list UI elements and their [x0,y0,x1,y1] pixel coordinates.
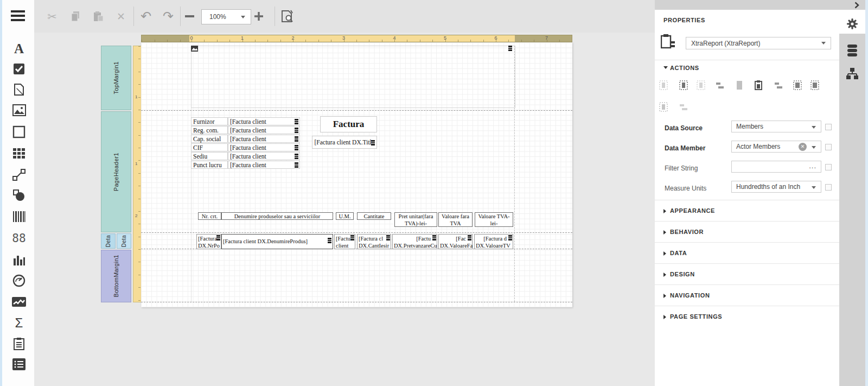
zoom-in-button[interactable] [251,9,266,24]
detail-cell[interactable]: [Factura d DX.ValoareTV [474,234,513,249]
table-header-cell[interactable]: Valoare fara TVA [438,212,473,227]
band-tab-bottommargin[interactable]: BottomMargin1 [101,250,131,302]
action-icon-11[interactable] [679,102,688,112]
collapse-panel-button[interactable] [854,2,859,9]
band-tab-detail-inner[interactable]: Deta [117,233,131,249]
smart-tag-icon[interactable] [295,145,298,150]
data-source-property-checkbox[interactable] [825,124,832,130]
action-icon-7[interactable] [774,80,783,90]
field-label-cell[interactable]: Punct lucru [191,161,228,169]
section-header-navigation[interactable]: NAVIGATION [655,284,839,306]
field-label-cell[interactable]: Reg. com. [191,126,228,134]
field-value-cell[interactable]: [Factura client [228,161,300,169]
section-header-actions[interactable]: ACTIONS [670,65,699,71]
clear-value-icon[interactable]: ✕ [799,143,807,151]
section-header-appearance[interactable]: APPEARANCE [655,200,839,222]
field-list-icon[interactable] [846,45,858,59]
table-header-cell[interactable]: Valoare TVA-lei- [475,212,513,227]
table-header-cell[interactable]: Pret unitar(fara TVA)-lei- [394,212,437,227]
band-separator[interactable] [141,232,572,233]
table-header-cell[interactable]: Denumire produselor sau a serviciilor [221,212,333,220]
report-title-label[interactable]: Factura [320,116,377,132]
field-label-cell[interactable]: Cap. social [191,135,228,143]
copy-button[interactable] [68,9,83,24]
table-header-cell[interactable]: Nr. crt. [198,212,221,220]
action-icon-2[interactable] [679,80,688,90]
filter-string-property-checkbox[interactable] [825,164,832,170]
smart-tag-icon[interactable] [468,235,471,241]
element-selector-dropdown[interactable]: XtraReport (XtraReport) [686,37,831,49]
richtext-tool-icon[interactable] [10,81,28,98]
preview-button[interactable] [279,9,295,24]
smart-tag-icon[interactable] [328,238,331,243]
shape-tool-icon[interactable] [10,187,28,204]
redo-button[interactable]: ↷ [161,9,176,24]
smart-tag-icon[interactable] [386,235,390,241]
paste-button[interactable] [91,9,106,24]
report-subtitle-field[interactable]: [Factura client DX.Titlu [312,136,377,149]
undo-button[interactable]: ↶ [138,9,154,24]
action-icon-1[interactable] [659,80,668,90]
toc-tool-icon[interactable] [10,356,28,372]
action-icon-10[interactable] [659,102,668,112]
detail-cell[interactable]: [Fac DX.ValoareFa [438,234,473,249]
menu-icon[interactable] [11,10,27,23]
action-icon-5[interactable] [735,80,744,90]
measure-units-property-checkbox[interactable] [825,184,832,191]
table-tool-icon[interactable] [10,145,28,162]
checkbox-tool-icon[interactable] [10,61,28,77]
smart-tag-icon[interactable] [295,154,298,159]
smart-tag-icon[interactable] [295,119,298,124]
detail-cell[interactable]: [Factu DX.PretvanzareCu [392,234,437,249]
action-icon-4[interactable] [716,80,724,90]
zoom-select[interactable]: 100% [201,9,251,24]
pageinfo-tool-icon[interactable] [10,336,28,352]
table-header-cell[interactable]: Cantitate [357,212,391,220]
smart-tag-icon[interactable] [295,128,298,133]
report-smart-tag-icon[interactable] [508,46,512,51]
label-tool-icon[interactable]: A [10,40,28,56]
field-value-cell[interactable]: [Factura client [228,143,300,151]
sparkline-tool-icon[interactable] [10,294,28,310]
field-value-cell[interactable]: [Factura client [228,135,300,143]
section-header-design[interactable]: DESIGN [655,263,839,285]
line-tool-icon[interactable] [10,167,28,183]
data-member-property-checkbox[interactable] [825,144,832,150]
panel-tool-icon[interactable] [10,124,28,140]
zoom-out-button[interactable] [182,9,197,24]
smart-tag-icon[interactable] [216,235,220,241]
watermark-picture-icon[interactable] [191,46,198,52]
band-tab-pageheader[interactable]: PageHeader1 [101,111,131,232]
smart-tag-icon[interactable] [295,162,298,168]
data-member-dropdown[interactable]: Actor Members ✕ [731,141,821,153]
picture-tool-icon[interactable] [10,102,28,118]
smart-tag-icon[interactable] [432,235,436,241]
band-tab-detail-outer[interactable]: Deta [101,233,116,249]
barcode-tool-icon[interactable] [10,208,28,225]
detail-cell[interactable]: [Factura cl DX.CantIesir [357,234,391,249]
delete-button[interactable]: ✕ [113,9,129,24]
chart-tool-icon[interactable] [10,252,28,268]
field-value-cell[interactable]: [Factura client [228,117,300,125]
field-label-cell[interactable]: Sediu [191,152,228,160]
detail-cell-selected[interactable]: [Factura client DX.DenumireProdus] [221,234,333,249]
gear-icon[interactable] [847,18,858,29]
gauge-tool-icon[interactable] [10,273,28,289]
data-source-dropdown[interactable]: Members [731,121,821,132]
report-page[interactable]: Furnizor [Factura client Reg. com. [Fact… [141,42,572,307]
smart-tag-icon[interactable] [295,136,298,142]
table-header-cell[interactable]: U.M. [336,212,354,220]
field-value-cell[interactable]: [Factura client [228,152,300,160]
action-icon-6[interactable] [754,80,763,90]
action-icon-8[interactable] [793,80,802,90]
band-separator[interactable] [141,302,572,302]
cut-button[interactable]: ✂ [44,9,60,24]
detail-cell[interactable]: [Factu client [334,234,355,249]
ellipsis-button[interactable]: ... [809,162,816,170]
field-label-cell[interactable]: CIF [191,143,228,151]
section-header-page-settings[interactable]: PAGE SETTINGS [655,306,839,327]
measure-units-dropdown[interactable]: Hundredths of an Inch [731,181,821,193]
action-icon-9[interactable] [810,80,819,90]
section-header-data[interactable]: DATA [655,242,839,264]
smart-tag-icon[interactable] [371,140,375,145]
